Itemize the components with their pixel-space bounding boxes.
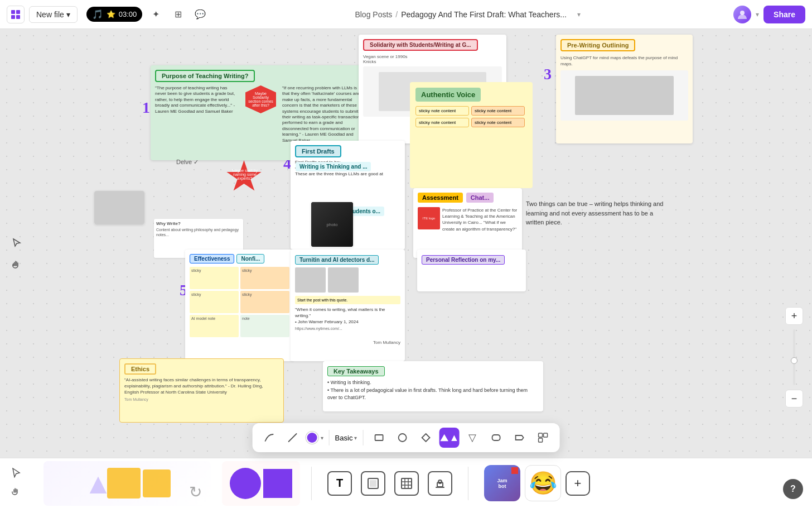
triangle-tool[interactable]: ▲ bbox=[439, 428, 459, 448]
zoom-out-button[interactable]: − bbox=[785, 390, 803, 408]
arrow-rect-tool[interactable] bbox=[509, 428, 529, 448]
jambot-icon[interactable]: Jambot bbox=[484, 465, 520, 501]
authentic-voice-label: Authentic Voice bbox=[415, 88, 481, 102]
style-label[interactable]: Basic bbox=[335, 434, 353, 442]
user-avatar[interactable] bbox=[733, 6, 751, 23]
slide-9[interactable]: Key Takeaways • Writing is thinking. • T… bbox=[323, 361, 543, 411]
shape-preview-group: ▲ ↻ bbox=[44, 461, 211, 506]
authentic-voice-card[interactable]: Authentic Voice sticky note content stic… bbox=[410, 82, 533, 188]
svg-rect-1 bbox=[16, 10, 20, 14]
svg-rect-3 bbox=[16, 15, 20, 19]
select-tool[interactable] bbox=[7, 233, 27, 253]
rounded-rect-tool[interactable] bbox=[486, 428, 506, 448]
breadcrumb-chevron-icon[interactable]: ▾ bbox=[570, 6, 588, 23]
zoom-slider[interactable] bbox=[793, 329, 795, 385]
color-dropdown-icon[interactable]: ▾ bbox=[321, 435, 323, 441]
slide-1-tag: Purpose of Teaching Writing? bbox=[155, 70, 255, 82]
style-selector: Basic ▾ bbox=[335, 434, 357, 442]
preview-arrow: ↻ bbox=[189, 483, 202, 501]
svg-rect-10 bbox=[543, 433, 547, 437]
quick-bar: ▲ ↻ T Jambot 😂 + bbox=[0, 458, 812, 508]
topbar: New file ▾ 🎵 ⭐ 03:00 ✦ ⊞ 💬 Blog Posts / … bbox=[0, 0, 812, 29]
svg-rect-9 bbox=[538, 433, 542, 437]
slide-6-card[interactable]: Assessment Chat... ITE logo Professor of… bbox=[413, 188, 522, 258]
breadcrumb: Blog Posts / Pedagogy And The First Draf… bbox=[214, 6, 729, 23]
small-image-card bbox=[94, 191, 144, 224]
color-swatch[interactable] bbox=[306, 432, 318, 444]
rect-tool[interactable] bbox=[369, 428, 389, 448]
svg-rect-2 bbox=[11, 15, 15, 19]
zoom-in-button[interactable]: + bbox=[785, 307, 803, 325]
toolbar-divider-2 bbox=[362, 430, 363, 445]
frame-tool-btn[interactable] bbox=[361, 471, 385, 496]
assessment-tag[interactable]: Assessment bbox=[418, 193, 463, 203]
share-button[interactable]: Share bbox=[763, 6, 805, 23]
chat-icon[interactable]: 💬 bbox=[191, 6, 209, 23]
topbar-right: ▾ Share bbox=[733, 6, 805, 23]
personal-reflection-tag: Personal Reflection on my... bbox=[422, 255, 505, 265]
timer-value: 03:00 bbox=[119, 10, 137, 18]
effectiveness-tag: Effectiveness bbox=[190, 254, 234, 263]
circle-tool[interactable] bbox=[392, 428, 412, 448]
help-button[interactable]: ? bbox=[783, 479, 803, 499]
topbar-left: New file ▾ 🎵 ⭐ 03:00 ✦ ⊞ 💬 bbox=[7, 6, 209, 23]
chevron-down-icon: ▾ bbox=[66, 10, 70, 19]
breadcrumb-separator: / bbox=[395, 10, 398, 19]
quick-bar-divider-2 bbox=[468, 467, 468, 500]
svg-line-5 bbox=[289, 434, 297, 442]
new-file-button[interactable]: New file ▾ bbox=[29, 6, 78, 23]
app-icons: Jambot 😂 + bbox=[480, 465, 594, 501]
maybe-star-text: Maybe start by naming some experts? bbox=[228, 169, 262, 180]
svg-rect-11 bbox=[538, 438, 542, 442]
pointer-tools bbox=[9, 466, 23, 501]
new-file-label: New file bbox=[36, 10, 64, 19]
hand-tool[interactable] bbox=[7, 255, 27, 275]
writing-thinking-tag[interactable]: Writing is Thinking and ... bbox=[296, 162, 371, 171]
pointer-tool-btn[interactable] bbox=[9, 466, 23, 482]
help-label: ? bbox=[790, 484, 796, 494]
slide-8[interactable]: Personal Reflection on my... bbox=[417, 250, 526, 291]
preview-rect-yellow bbox=[107, 468, 141, 499]
slide-4-tag: First Drafts bbox=[295, 145, 341, 157]
slide-3[interactable]: Pre-Writing Outlining Using ChatGPT for … bbox=[556, 35, 693, 143]
stamp-tool-btn[interactable] bbox=[428, 471, 452, 496]
timer-icon: 🎵 bbox=[92, 9, 103, 20]
group-tool[interactable] bbox=[533, 428, 553, 448]
svg-rect-0 bbox=[11, 10, 15, 14]
collaborator-avatar: ⭐ bbox=[107, 10, 115, 18]
chat-tag[interactable]: Chat... bbox=[466, 193, 494, 203]
diamond-tool[interactable] bbox=[415, 428, 436, 448]
breadcrumb-current: Pedagogy And The First Draft: What Teach… bbox=[401, 10, 567, 19]
zoom-controls: + − bbox=[785, 307, 803, 408]
slide-5[interactable]: Effectiveness Nonfi... sticky sticky sti… bbox=[185, 250, 294, 361]
slide-7[interactable]: Turnitin and AI detectors d... Start the… bbox=[291, 250, 405, 361]
line-tool[interactable] bbox=[283, 428, 303, 448]
app-logo[interactable] bbox=[7, 6, 25, 23]
topbar-icons: 🎵 ⭐ 03:00 ✦ ⊞ 💬 bbox=[86, 6, 210, 23]
ethics-card[interactable]: Ethics "AI-assisted writing faces simila… bbox=[119, 358, 284, 423]
svg-rect-13 bbox=[370, 480, 376, 487]
svg-point-7 bbox=[398, 434, 406, 442]
grab-tool-btn[interactable] bbox=[9, 485, 23, 501]
timer-badge: 🎵 ⭐ 03:00 bbox=[86, 7, 143, 22]
quick-bar-divider bbox=[311, 467, 312, 500]
curve-tool[interactable] bbox=[259, 428, 279, 448]
color-picker-group: ▾ bbox=[306, 432, 323, 444]
preview-rect-yellow2 bbox=[143, 469, 171, 497]
color-shape-group bbox=[222, 461, 300, 506]
grid-view-icon[interactable]: ⊞ bbox=[169, 6, 187, 23]
topbar-chevron-icon[interactable]: ▾ bbox=[756, 11, 759, 18]
share-label: Share bbox=[774, 10, 795, 19]
assessment-text: Two things can be true – writing helps t… bbox=[526, 199, 665, 227]
inv-triangle-tool[interactable]: ▽ bbox=[462, 428, 482, 448]
john-warner-image: photo bbox=[311, 202, 353, 247]
style-chevron-icon[interactable]: ▾ bbox=[354, 435, 357, 441]
ai-icon[interactable]: ✦ bbox=[147, 6, 165, 23]
shape-toolbar: ▾ Basic ▾ ▲ ▽ bbox=[253, 423, 560, 452]
emoji-icon[interactable]: 😂 bbox=[525, 465, 561, 501]
text-tool-btn[interactable]: T bbox=[327, 471, 352, 496]
table-tool-btn[interactable] bbox=[394, 471, 419, 496]
add-button[interactable]: + bbox=[566, 471, 590, 496]
slide-3-tag: Pre-Writing Outlining bbox=[560, 39, 635, 51]
breadcrumb-parent[interactable]: Blog Posts bbox=[355, 10, 392, 19]
